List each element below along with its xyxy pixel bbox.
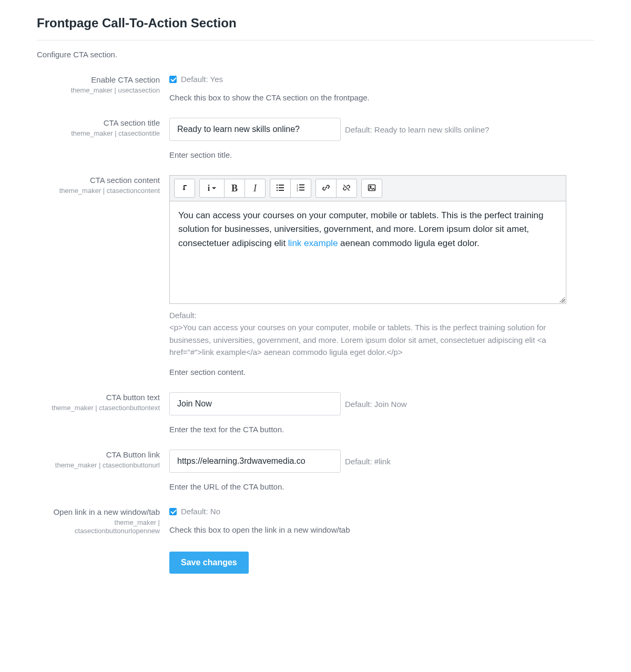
svg-text:3: 3 — [297, 189, 298, 192]
button-link-key: theme_maker | ctasectionbuttonurl — [37, 461, 160, 470]
button-link-label: CTA Button link — [37, 450, 160, 460]
section-title-help: Enter section title. — [169, 150, 594, 159]
svg-rect-12 — [369, 185, 375, 190]
svg-rect-3 — [279, 185, 284, 186]
svg-rect-4 — [279, 187, 284, 188]
section-title-default: Default: Ready to learn new skills onlin… — [345, 125, 489, 134]
field-section-title: CTA section title theme_maker | ctasecti… — [37, 118, 594, 159]
button-text-key: theme_maker | ctasectionbuttontext — [37, 404, 160, 413]
section-content-key: theme_maker | ctasectioncontent — [37, 187, 160, 196]
toolbar-ol-button[interactable]: 123 — [290, 179, 311, 198]
unlink-icon — [342, 184, 351, 194]
open-new-checkbox[interactable] — [169, 508, 177, 515]
section-content-help: Enter section content. — [169, 368, 594, 376]
field-section-content: CTA section content theme_maker | ctasec… — [37, 175, 594, 376]
editor-toolbar: i B I — [169, 175, 566, 201]
open-new-key: theme_maker | ctasectionbuttonurlopennew — [37, 518, 160, 536]
svg-rect-10 — [299, 187, 304, 188]
styles-icon: i — [208, 184, 210, 193]
open-new-label: Open link in a new window/tab — [37, 507, 160, 517]
enable-cta-key: theme_maker | usectasection — [37, 86, 160, 95]
section-title-input[interactable] — [169, 118, 341, 141]
image-icon — [368, 184, 376, 194]
editor-text-after: aenean commodo ligula eget dolor. — [338, 238, 479, 248]
svg-rect-5 — [279, 190, 284, 191]
field-open-new: Open link in a new window/tab theme_make… — [37, 507, 594, 536]
page-description: Configure CTA section. — [37, 50, 594, 59]
section-title-label: CTA section title — [37, 118, 160, 128]
page-title: Frontpage Call-To-Action Section — [37, 16, 594, 40]
button-text-label: CTA button text — [37, 392, 160, 403]
button-link-default: Default: #link — [345, 457, 391, 466]
button-text-default: Default: Join Now — [345, 400, 407, 409]
toolbar-italic-button[interactable]: I — [245, 179, 266, 198]
link-icon — [322, 184, 330, 194]
bold-icon: B — [231, 183, 238, 194]
editor-link-example[interactable]: link example — [288, 238, 338, 248]
chevron-down-icon — [212, 187, 216, 189]
svg-rect-9 — [299, 184, 304, 185]
button-link-help: Enter the URL of the CTA button. — [169, 482, 594, 491]
section-content-default-value: <p>You can access your courses on your c… — [169, 321, 566, 358]
toolbar-ul-button[interactable] — [270, 179, 291, 198]
section-title-key: theme_maker | ctasectiontitle — [37, 129, 160, 138]
toolbar-styles-button[interactable]: i — [199, 179, 225, 198]
button-text-input[interactable] — [169, 392, 341, 415]
enable-cta-label: Enable CTA section — [37, 75, 160, 85]
section-content-editor[interactable]: You can access your courses on your comp… — [169, 201, 566, 304]
svg-point-1 — [277, 187, 278, 188]
svg-point-2 — [277, 189, 278, 191]
field-actions: Save changes — [37, 552, 594, 574]
section-content-label: CTA section content — [37, 175, 160, 186]
expand-icon — [180, 184, 189, 194]
svg-point-13 — [370, 186, 371, 187]
list-ul-icon — [276, 184, 284, 194]
toolbar-link-button[interactable] — [316, 179, 337, 198]
button-text-help: Enter the text for the CTA button. — [169, 425, 594, 434]
field-button-text: CTA button text theme_maker | ctasection… — [37, 392, 594, 434]
toolbar-image-button[interactable] — [361, 179, 382, 198]
field-button-link: CTA Button link theme_maker | ctasection… — [37, 450, 594, 491]
svg-rect-11 — [299, 189, 304, 190]
toolbar-bold-button[interactable]: B — [224, 179, 245, 198]
italic-icon: I — [253, 183, 257, 194]
enable-cta-help: Check this box to show the CTA section o… — [169, 93, 594, 102]
open-new-help: Check this box to open the link in a new… — [169, 525, 594, 534]
button-link-input[interactable] — [169, 450, 341, 473]
list-ol-icon: 123 — [297, 184, 305, 194]
toolbar-toggle-button[interactable] — [174, 179, 195, 198]
enable-cta-default: Default: Yes — [181, 75, 223, 84]
field-enable-cta: Enable CTA section theme_maker | usectas… — [37, 75, 594, 102]
svg-point-0 — [277, 184, 278, 186]
save-button[interactable]: Save changes — [169, 552, 249, 574]
enable-cta-checkbox[interactable] — [169, 76, 177, 83]
toolbar-unlink-button[interactable] — [336, 179, 357, 198]
section-content-default-label: Default: — [169, 309, 566, 321]
open-new-default: Default: No — [181, 507, 220, 516]
